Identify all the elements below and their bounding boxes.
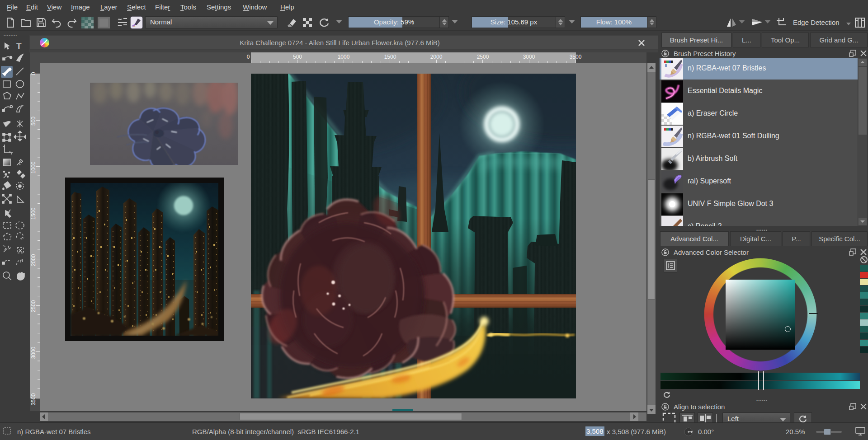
svg-text:2000: 2000 bbox=[430, 54, 443, 60]
svg-text:3000: 3000 bbox=[30, 346, 37, 359]
svg-text:1000: 1000 bbox=[30, 161, 37, 173]
svg-text:T: T bbox=[16, 42, 22, 51]
svg-text:3500: 3500 bbox=[30, 393, 37, 405]
svg-text:2500: 2500 bbox=[477, 54, 489, 60]
svg-text:500: 500 bbox=[30, 117, 37, 126]
svg-text:2500: 2500 bbox=[30, 300, 37, 312]
svg-text:2000: 2000 bbox=[30, 254, 37, 266]
svg-text:1500: 1500 bbox=[384, 54, 396, 60]
svg-text:500: 500 bbox=[293, 54, 302, 60]
svg-text:1500: 1500 bbox=[30, 207, 37, 220]
svg-text:0: 0 bbox=[247, 54, 250, 60]
svg-text:1000: 1000 bbox=[338, 54, 350, 60]
svg-text:3500: 3500 bbox=[570, 54, 582, 60]
svg-text:0: 0 bbox=[30, 72, 37, 75]
svg-text:3000: 3000 bbox=[523, 54, 535, 60]
